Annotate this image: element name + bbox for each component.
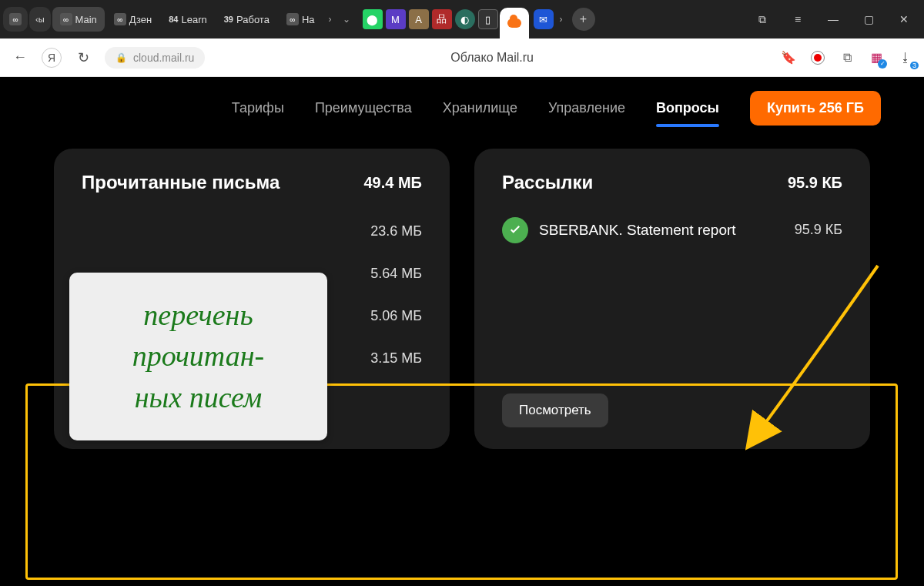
back-button[interactable]: ← xyxy=(9,47,31,69)
window-titlebar: ∞ ‹ы ∞Main ∞Дзен 84Learn 39Работа ∞На › … xyxy=(0,0,924,39)
url-box[interactable]: 🔒 cloud.mail.ru xyxy=(105,47,205,69)
pinned-apps-strip: ⬤ M А 品 ◐ ▯ xyxy=(363,9,498,29)
mail-icon[interactable]: ✉ xyxy=(534,9,554,29)
new-tab-button[interactable]: + xyxy=(572,8,595,31)
app-icon[interactable]: M xyxy=(386,9,406,29)
infinity-icon: ∞ xyxy=(60,13,72,25)
sidebar-toggle-icon[interactable]: ⧉ xyxy=(745,8,779,31)
menu-icon[interactable]: ≡ xyxy=(781,8,815,31)
window-controls: ⧉ ≡ — ▢ ✕ xyxy=(745,8,921,31)
card-title: Прочитанные письма xyxy=(82,172,280,193)
maximize-button[interactable]: ▢ xyxy=(852,8,886,31)
address-bar: ← Я ↻ 🔒 cloud.mail.ru Облако Mail.ru 🔖 ⧉… xyxy=(0,39,924,77)
app-icon[interactable]: 品 xyxy=(432,9,452,29)
annotation-note: перечень прочитан- ных писем xyxy=(69,273,327,440)
item-size: 95.9 КБ xyxy=(795,222,842,238)
nav-questions[interactable]: Вопросы xyxy=(656,100,719,116)
lock-icon: 🔒 xyxy=(116,52,127,63)
reload-button[interactable]: ↻ xyxy=(72,47,94,69)
doc-icon[interactable]: ▯ xyxy=(478,9,498,29)
item-size: 3.15 МБ xyxy=(370,337,422,380)
buy-storage-button[interactable]: Купить 256 ГБ xyxy=(750,91,881,126)
url-text: cloud.mail.ru xyxy=(133,52,194,64)
tab-dzen[interactable]: ∞Дзен xyxy=(106,7,159,32)
record-icon[interactable] xyxy=(808,49,827,67)
page-nav: Тарифы Преимущества Хранилище Управление… xyxy=(0,77,924,141)
downloads-icon[interactable]: ⭳3 xyxy=(896,49,915,67)
tab-dropdown-icon[interactable]: ⌄ xyxy=(338,14,355,25)
extensions-icon[interactable]: ⧉ xyxy=(838,49,856,67)
item-size: 5.64 МБ xyxy=(370,253,422,295)
active-tab-cloud[interactable] xyxy=(500,8,529,39)
card-total-size: 95.9 КБ xyxy=(788,174,842,192)
nav-storage[interactable]: Хранилище xyxy=(443,100,517,116)
annotation-line: прочитан- xyxy=(132,337,265,375)
tab-glyph: ‹ы xyxy=(35,15,45,24)
minimize-button[interactable]: — xyxy=(816,8,850,31)
card-title: Рассылки xyxy=(502,172,593,193)
nav-management[interactable]: Управление xyxy=(548,100,625,116)
app-icon[interactable]: А xyxy=(409,9,429,29)
downloads-count: 3 xyxy=(910,62,919,69)
close-button[interactable]: ✕ xyxy=(887,8,921,31)
yandex-icon[interactable]: Я xyxy=(42,48,62,68)
view-button[interactable]: Посмотреть xyxy=(502,393,608,427)
tab-work[interactable]: 39Работа xyxy=(216,7,277,32)
whatsapp-icon[interactable]: ⬤ xyxy=(363,9,383,29)
tab-na[interactable]: ∞На xyxy=(279,7,323,32)
card-total-size: 49.4 МБ xyxy=(363,174,422,192)
nav-benefits[interactable]: Преимущества xyxy=(315,100,412,116)
item-size: 5.06 МБ xyxy=(370,295,422,337)
annotation-line: ных писем xyxy=(135,379,263,417)
extension-badge-icon[interactable]: ▦✓ xyxy=(867,49,886,67)
tab-overflow-icon[interactable]: › xyxy=(324,14,336,25)
check-badge: ✓ xyxy=(878,59,887,69)
pinned-tab[interactable]: ‹ы xyxy=(29,7,51,32)
next-tab-icon[interactable]: › xyxy=(555,14,567,25)
app-icon[interactable]: ◐ xyxy=(455,9,475,29)
list-item[interactable]: SBERBANK. Statement report 95.9 КБ xyxy=(502,209,842,251)
card-mailings: Рассылки 95.9 КБ SBERBANK. Statement rep… xyxy=(474,149,870,449)
nav-tariffs[interactable]: Тарифы xyxy=(232,100,284,116)
annotation-line: перечень xyxy=(143,296,253,334)
mailru-cloud-icon xyxy=(507,18,521,28)
page-title: Облако Mail.ru xyxy=(216,51,768,65)
tab-main[interactable]: ∞Main xyxy=(52,7,105,32)
item-name: SBERBANK. Statement report xyxy=(539,222,736,239)
infinity-icon: ∞ xyxy=(9,13,22,25)
size-column: 23.6 МБ 5.64 МБ 5.06 МБ 3.15 МБ xyxy=(370,210,422,380)
item-size: 23.6 МБ xyxy=(370,210,422,253)
bookmark-icon[interactable]: 🔖 xyxy=(779,49,798,67)
infinity-icon: ∞ xyxy=(286,13,299,25)
infinity-icon: ∞ xyxy=(114,13,126,25)
sberbank-icon xyxy=(502,217,528,243)
pinned-tab[interactable]: ∞ xyxy=(3,7,28,32)
tab-learn[interactable]: 84Learn xyxy=(161,7,215,32)
